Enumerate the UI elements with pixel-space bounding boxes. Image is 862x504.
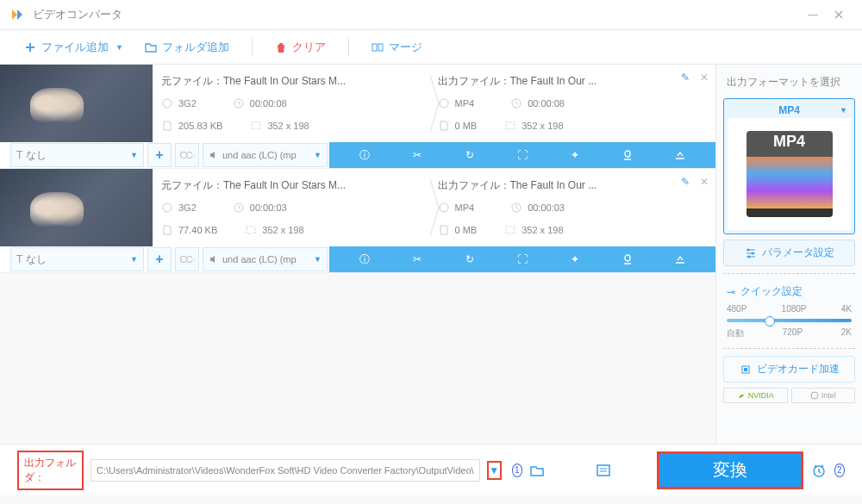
svg-rect-10 bbox=[247, 227, 255, 233]
folder-icon bbox=[145, 41, 157, 53]
file-item: ✎ ✕ 元ファイル：The Fault In Our Stars M... 3G… bbox=[0, 65, 715, 169]
watermark-button[interactable] bbox=[619, 251, 636, 268]
chip-icon bbox=[740, 364, 752, 376]
dropdown-icon: ▼ bbox=[116, 43, 124, 52]
cut-button[interactable]: ✂ bbox=[409, 251, 426, 268]
file-icon bbox=[161, 120, 173, 132]
svg-rect-4 bbox=[252, 122, 260, 129]
trash-icon bbox=[275, 41, 287, 53]
format-card[interactable]: MP4 ▼ bbox=[723, 98, 855, 234]
audio-select[interactable]: und aac (LC) (mp ▼ bbox=[203, 143, 328, 167]
svg-point-5 bbox=[440, 99, 448, 108]
video-thumbnail[interactable] bbox=[0, 65, 153, 142]
output-folder-dropdown[interactable]: ▼ bbox=[487, 461, 502, 480]
clock-icon bbox=[510, 97, 522, 109]
svg-point-15 bbox=[751, 252, 753, 254]
file-item: ✎ ✕ 元ファイル：The Fault In Our Stars M... 3G… bbox=[0, 169, 715, 273]
svg-rect-13 bbox=[506, 227, 515, 233]
sliders-icon bbox=[745, 247, 757, 259]
rotate-button[interactable]: ↻ bbox=[461, 146, 478, 164]
format-name: MP4 bbox=[778, 104, 800, 116]
svg-point-8 bbox=[163, 203, 172, 212]
edit-toolstrip: ⓘ ✂ ↻ ⛶ ✦ bbox=[329, 142, 715, 168]
file-icon bbox=[438, 120, 450, 132]
svg-point-2 bbox=[163, 99, 172, 108]
effects-button[interactable]: ✦ bbox=[566, 251, 584, 268]
task-list-button[interactable] bbox=[596, 461, 611, 480]
dimensions-icon bbox=[245, 224, 257, 236]
edit-toolstrip: ⓘ ✂ ↻ ⛶ ✦ bbox=[329, 246, 715, 272]
add-folder-button[interactable]: フォルダ追加 bbox=[138, 36, 236, 59]
remove-icon[interactable]: ✕ bbox=[700, 176, 709, 188]
nvidia-badge: NVIDIA bbox=[723, 388, 788, 403]
cut-button[interactable]: ✂ bbox=[409, 146, 426, 164]
svg-point-14 bbox=[746, 248, 749, 251]
close-button[interactable] bbox=[826, 2, 852, 28]
clock-icon bbox=[233, 97, 245, 109]
quick-settings-label: ⊸ クイック設定 bbox=[723, 281, 855, 302]
svg-rect-20 bbox=[597, 465, 609, 476]
resolution-slider[interactable] bbox=[727, 319, 852, 322]
info-button[interactable]: ⓘ bbox=[356, 251, 373, 268]
chevron-down-icon: ▼ bbox=[840, 106, 847, 115]
dimensions-icon bbox=[250, 120, 262, 132]
format-icon bbox=[438, 202, 450, 214]
cc-button[interactable]: CC○ bbox=[175, 143, 199, 167]
format-icon bbox=[438, 97, 450, 109]
remove-icon[interactable]: ✕ bbox=[700, 72, 709, 84]
cc-button[interactable]: CC○ bbox=[175, 247, 199, 271]
resolution-labels-top: 480P1080P4K bbox=[723, 302, 855, 315]
add-subtitle-button[interactable]: + bbox=[147, 143, 172, 167]
svg-rect-1 bbox=[378, 44, 383, 51]
parameter-settings-button[interactable]: パラメータ設定 bbox=[723, 240, 855, 266]
edit-icon[interactable]: ✎ bbox=[681, 176, 690, 188]
subtitle-select[interactable]: T なし ▼ bbox=[10, 247, 144, 271]
format-preview bbox=[728, 118, 851, 230]
dimensions-icon bbox=[504, 120, 516, 132]
watermark-button[interactable] bbox=[619, 146, 636, 164]
clear-button[interactable]: クリア bbox=[268, 36, 333, 59]
speaker-icon bbox=[209, 150, 219, 160]
audio-select[interactable]: und aac (LC) (mp ▼ bbox=[203, 247, 328, 271]
info-button[interactable]: ⓘ bbox=[356, 146, 373, 164]
schedule-button[interactable] bbox=[810, 461, 828, 480]
output-folder-label: 出力フォルダ： bbox=[17, 451, 84, 490]
effects-button[interactable]: ✦ bbox=[566, 146, 584, 164]
minimize-button[interactable]: — bbox=[800, 2, 826, 28]
output-format-label: 出力フォーマットを選択 bbox=[723, 72, 855, 93]
rotate-button[interactable]: ↻ bbox=[461, 251, 478, 268]
window-title: ビデオコンバータ bbox=[33, 7, 800, 22]
subtitle-button[interactable] bbox=[671, 251, 689, 268]
output-folder-path[interactable]: C:\Users\Administrator\Videos\WonderFox … bbox=[91, 459, 480, 482]
video-thumbnail[interactable] bbox=[0, 169, 153, 246]
crop-button[interactable]: ⛶ bbox=[514, 146, 531, 164]
merge-button[interactable]: マージ bbox=[365, 36, 429, 59]
convert-button[interactable]: 変換 bbox=[657, 451, 803, 489]
format-icon bbox=[161, 97, 173, 109]
crop-button[interactable]: ⛶ bbox=[514, 251, 531, 268]
svg-rect-0 bbox=[372, 44, 377, 51]
speaker-icon bbox=[209, 254, 219, 264]
clock-icon bbox=[233, 202, 245, 214]
clock-icon bbox=[510, 202, 522, 214]
edit-icon[interactable]: ✎ bbox=[681, 72, 690, 84]
add-subtitle-button[interactable]: + bbox=[147, 247, 172, 271]
resolution-labels-bottom: 自動720P2K bbox=[723, 326, 855, 341]
gpu-accel-button[interactable]: ビデオカード加速 bbox=[723, 356, 855, 383]
annotation-1: 1 bbox=[512, 464, 522, 477]
svg-rect-7 bbox=[506, 122, 515, 129]
svg-point-19 bbox=[811, 392, 818, 399]
svg-point-16 bbox=[747, 255, 750, 258]
format-icon bbox=[161, 202, 173, 214]
intel-badge: Intel bbox=[791, 388, 856, 403]
dimensions-icon bbox=[504, 224, 516, 236]
subtitle-button[interactable] bbox=[671, 146, 689, 164]
add-file-button[interactable]: ファイル追加 ▼ bbox=[17, 36, 131, 59]
svg-point-11 bbox=[440, 203, 448, 212]
subtitle-select[interactable]: T なし ▼ bbox=[10, 143, 144, 167]
file-icon bbox=[161, 224, 173, 236]
open-folder-button[interactable] bbox=[529, 461, 545, 480]
svg-rect-18 bbox=[744, 368, 747, 371]
plus-icon bbox=[24, 41, 36, 53]
file-icon bbox=[438, 224, 450, 236]
